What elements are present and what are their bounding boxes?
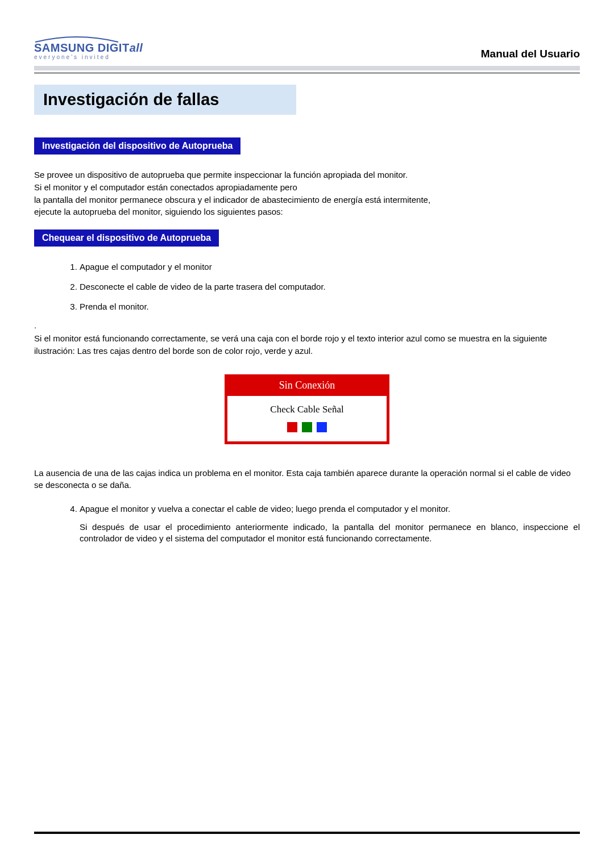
rgb-row bbox=[227, 422, 387, 432]
green-square-icon bbox=[302, 422, 312, 432]
red-square-icon bbox=[287, 422, 297, 432]
after-illustration-paragraph: La ausencia de una de las cajas indica u… bbox=[34, 467, 580, 492]
page: SAMSUNG DIGITall everyone's invited Manu… bbox=[0, 0, 614, 868]
blue-square-icon bbox=[317, 422, 327, 432]
list-item: Apague el computador y el monitor bbox=[80, 261, 580, 273]
page-title: Investigación de fallas bbox=[43, 90, 219, 108]
illustration-monitor-box: Sin Conexión Check Cable Señal bbox=[225, 374, 389, 444]
logo-brand-suffix: all bbox=[130, 41, 143, 54]
section-heading-1: Investigación del dispositivo de Autopru… bbox=[34, 137, 240, 155]
logo-brand-prefix: SAMSUNG DIGIT bbox=[34, 41, 130, 54]
header-line bbox=[34, 73, 580, 73]
logo-brand: SAMSUNG DIGITall bbox=[34, 42, 143, 53]
title-banner: Investigación de fallas bbox=[34, 85, 580, 115]
illustration-body-text: Check Cable Señal bbox=[227, 404, 387, 415]
list-item: Apague el monitor y vuelva a conectar el… bbox=[80, 503, 580, 545]
step4-sub: Si después de usar el procedimiento ante… bbox=[80, 521, 580, 545]
after-steps-paragraph: Si el monitor está funcionando correctam… bbox=[34, 332, 580, 357]
list-item: Desconecte el cable de video de la parte… bbox=[80, 281, 580, 293]
header-row: SAMSUNG DIGITall everyone's invited Manu… bbox=[34, 34, 580, 60]
illustration-body: Check Cable Señal bbox=[227, 396, 387, 441]
header-bar bbox=[34, 66, 580, 70]
footer-line bbox=[34, 832, 580, 834]
logo: SAMSUNG DIGITall everyone's invited bbox=[34, 34, 143, 60]
intro-paragraph: Se provee un dispositivo de autoprueba q… bbox=[34, 169, 580, 218]
step4-text: Apague el monitor y vuelva a conectar el… bbox=[80, 504, 450, 514]
logo-tagline: everyone's invited bbox=[34, 55, 143, 60]
steps-list-4: Apague el monitor y vuelva a conectar el… bbox=[34, 503, 580, 545]
steps-list-1-3: Apague el computador y el monitor Descon… bbox=[34, 261, 580, 312]
section-heading-2: Chequear el dispositivo de Autoprueba bbox=[34, 229, 219, 247]
manual-title: Manual del Usuario bbox=[481, 48, 580, 60]
dot-line: . bbox=[34, 320, 580, 330]
illustration-head: Sin Conexión bbox=[227, 377, 387, 396]
list-item: Prenda el monitor. bbox=[80, 301, 580, 312]
